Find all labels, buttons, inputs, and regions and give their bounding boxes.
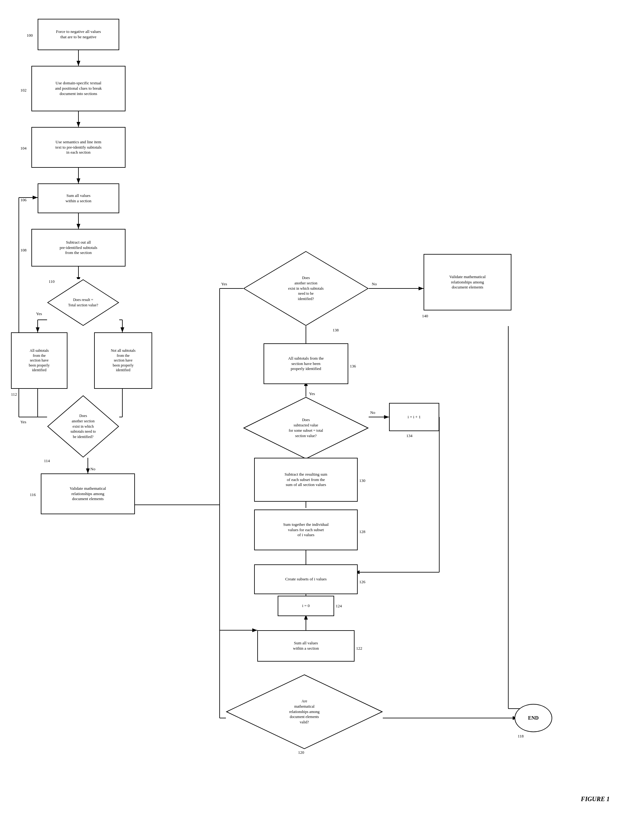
node-124: i = 0 [278, 596, 334, 616]
ref-136: 136 [350, 364, 356, 369]
ref-116: 116 [30, 492, 36, 497]
ref-122: 122 [356, 646, 362, 651]
node-104: Use semantics and line item text to pre-… [31, 127, 126, 168]
node-108: Subtract out all pre-identified subtotal… [31, 229, 126, 267]
ref-114: 114 [44, 458, 50, 463]
svg-text:No: No [370, 410, 375, 415]
node-130: Subtract the resulting sum of each subse… [254, 458, 358, 502]
svg-text:Yes: Yes [309, 391, 315, 396]
ref-124: 124 [336, 604, 342, 609]
node-110-text: Does result = Total section value? [62, 297, 105, 308]
ref-110: 110 [48, 279, 55, 284]
ref-134: 134 [406, 433, 412, 438]
node-116: Validate mathematical relationships amon… [41, 474, 135, 514]
ref-102: 102 [20, 88, 27, 93]
node-120-text: Are mathematical relationships among doc… [283, 699, 326, 725]
svg-text:Yes: Yes [36, 312, 42, 316]
node-114-text: Does another section exist in which subt… [64, 413, 102, 440]
ref-138: 138 [333, 328, 339, 332]
node-138-diamond: Does another section exist in which subt… [243, 251, 369, 326]
ref-140: 140 [422, 313, 428, 318]
ref-112: 112 [11, 392, 17, 397]
ref-106: 106 [20, 198, 27, 202]
svg-text:Yes: Yes [20, 419, 26, 424]
ref-104: 104 [20, 146, 27, 151]
node-114-diamond: Does another section exist in which subt… [47, 395, 119, 458]
node-122: Sum all values within a section [257, 630, 354, 662]
node-120-diamond: Are mathematical relationships among doc… [226, 674, 383, 749]
node-100: Force to negative all values that are to… [38, 19, 119, 50]
node-110-diamond: Does result = Total section value? [47, 279, 119, 326]
ref-126: 126 [359, 580, 366, 585]
ref-100: 100 [27, 33, 33, 38]
node-138-text: Does another section exist in which subt… [282, 275, 330, 302]
node-132-diamond: Does subtracted value for some subset = … [243, 397, 369, 459]
ref-108: 108 [20, 248, 27, 253]
ref-128: 128 [359, 529, 366, 534]
ref-118: 118 [518, 734, 523, 739]
node-136: All subtotals from the section have been… [264, 343, 348, 384]
ref-120: 120 [298, 750, 304, 755]
ref-130: 130 [359, 478, 366, 483]
svg-text:No: No [372, 281, 377, 286]
svg-text:Yes: Yes [221, 281, 227, 286]
node-102: Use domain-specific textual and position… [31, 66, 126, 111]
node-128: Sum together the individual values for e… [254, 509, 358, 550]
flowchart-diagram: Yes No Yes No Yes No [0, 0, 641, 815]
node-140: Validate mathematical relationships amon… [424, 254, 511, 310]
node-118: END [515, 704, 552, 732]
svg-text:No: No [90, 467, 95, 471]
node-112-yes: All subtotals from the section have been… [11, 332, 68, 389]
figure-label: FIGURE 1 [581, 795, 610, 803]
node-126: Create subsets of i values [254, 564, 358, 594]
node-106: Sum all values within a section [38, 183, 119, 213]
node-134: i = i + 1 [389, 403, 439, 431]
node-112-no: Not all subtotals from the section have … [94, 332, 152, 389]
node-132-text: Does subtracted value for some subset = … [282, 418, 329, 438]
